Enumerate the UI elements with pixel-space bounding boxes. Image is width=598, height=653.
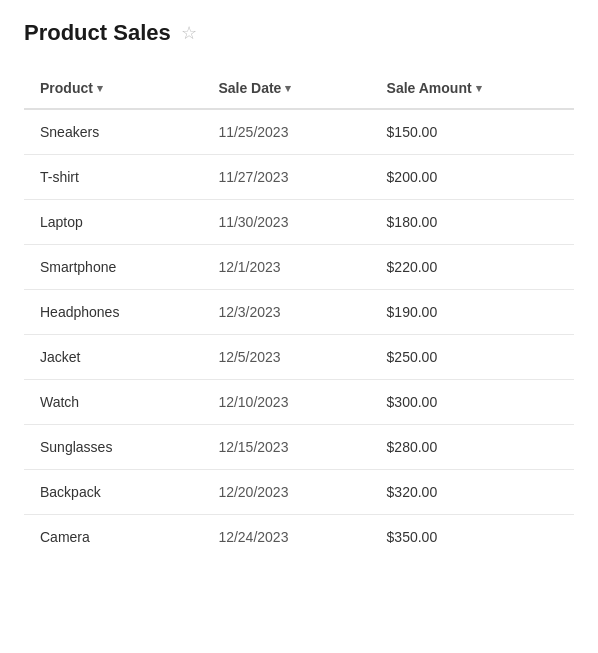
- page-header: Product Sales ☆: [24, 20, 574, 46]
- table-row: Watch12/10/2023$300.00: [24, 380, 574, 425]
- cell-product: Sunglasses: [24, 425, 202, 470]
- table-row: Smartphone12/1/2023$220.00: [24, 245, 574, 290]
- table-row: Sunglasses12/15/2023$280.00: [24, 425, 574, 470]
- cell-product: Smartphone: [24, 245, 202, 290]
- table-row: Laptop11/30/2023$180.00: [24, 200, 574, 245]
- column-header-product[interactable]: Product ▾: [24, 70, 202, 109]
- cell-sale-amount: $190.00: [371, 290, 574, 335]
- cell-sale-amount: $150.00: [371, 109, 574, 155]
- cell-product: Camera: [24, 515, 202, 560]
- cell-sale-date: 12/15/2023: [202, 425, 370, 470]
- cell-product: Watch: [24, 380, 202, 425]
- cell-sale-amount: $350.00: [371, 515, 574, 560]
- cell-sale-amount: $250.00: [371, 335, 574, 380]
- sort-icon-product: ▾: [97, 82, 103, 95]
- cell-sale-date: 12/10/2023: [202, 380, 370, 425]
- table-header-row: Product ▾ Sale Date ▾ Sale Amount ▾: [24, 70, 574, 109]
- cell-product: T-shirt: [24, 155, 202, 200]
- table-row: Jacket12/5/2023$250.00: [24, 335, 574, 380]
- column-header-sale-date[interactable]: Sale Date ▾: [202, 70, 370, 109]
- page-title: Product Sales: [24, 20, 171, 46]
- cell-sale-date: 12/20/2023: [202, 470, 370, 515]
- cell-sale-amount: $220.00: [371, 245, 574, 290]
- cell-product: Backpack: [24, 470, 202, 515]
- cell-product: Jacket: [24, 335, 202, 380]
- cell-sale-amount: $200.00: [371, 155, 574, 200]
- cell-sale-amount: $300.00: [371, 380, 574, 425]
- cell-sale-date: 12/24/2023: [202, 515, 370, 560]
- table-row: Headphones12/3/2023$190.00: [24, 290, 574, 335]
- cell-sale-date: 12/5/2023: [202, 335, 370, 380]
- cell-sale-amount: $280.00: [371, 425, 574, 470]
- cell-sale-date: 12/1/2023: [202, 245, 370, 290]
- cell-sale-date: 11/25/2023: [202, 109, 370, 155]
- sort-icon-sale-date: ▾: [285, 82, 291, 95]
- cell-product: Laptop: [24, 200, 202, 245]
- column-header-sale-amount[interactable]: Sale Amount ▾: [371, 70, 574, 109]
- cell-sale-amount: $320.00: [371, 470, 574, 515]
- cell-sale-date: 11/27/2023: [202, 155, 370, 200]
- cell-product: Headphones: [24, 290, 202, 335]
- cell-sale-date: 12/3/2023: [202, 290, 370, 335]
- table-row: Backpack12/20/2023$320.00: [24, 470, 574, 515]
- product-sales-table: Product ▾ Sale Date ▾ Sale Amount ▾: [24, 70, 574, 559]
- cell-sale-date: 11/30/2023: [202, 200, 370, 245]
- sort-icon-sale-amount: ▾: [476, 82, 482, 95]
- favorite-star-icon[interactable]: ☆: [181, 24, 197, 42]
- table-row: Sneakers11/25/2023$150.00: [24, 109, 574, 155]
- table-row: Camera12/24/2023$350.00: [24, 515, 574, 560]
- table-row: T-shirt11/27/2023$200.00: [24, 155, 574, 200]
- cell-product: Sneakers: [24, 109, 202, 155]
- cell-sale-amount: $180.00: [371, 200, 574, 245]
